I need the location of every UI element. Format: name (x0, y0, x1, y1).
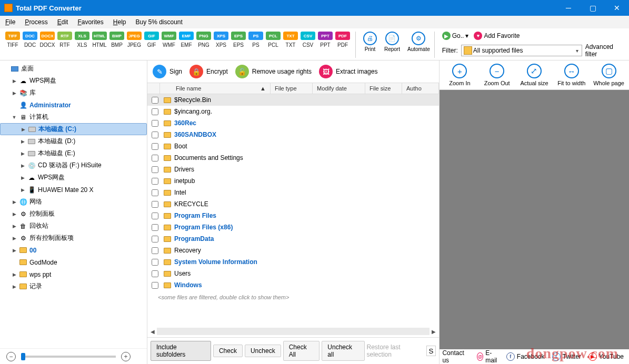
column-checkbox[interactable] (147, 83, 160, 94)
file-row[interactable]: $Recycle.Bin (147, 94, 439, 106)
menu-file[interactable]: File (5, 18, 15, 26)
maximize-button[interactable]: ▢ (581, 0, 605, 16)
advanced-filter-link[interactable]: Advanced filter (585, 43, 625, 58)
expand-icon[interactable]: ▶ (20, 175, 25, 180)
file-checkbox[interactable] (152, 178, 158, 185)
file-checkbox[interactable] (152, 213, 158, 219)
uncheck-all-button[interactable]: Uncheck all (322, 341, 364, 361)
youtube-link[interactable]: ▶YouTube (588, 352, 624, 361)
expand-icon[interactable]: ▶ (12, 284, 17, 289)
expand-icon[interactable]: ▶ (21, 127, 26, 132)
file-row[interactable]: Drivers (147, 164, 439, 175)
format-html-button[interactable]: HTMLHTML (91, 32, 108, 48)
scroll-right-icon[interactable]: ▶ (432, 329, 436, 335)
expand-icon[interactable]: ▶ (20, 139, 25, 144)
file-row[interactable]: Windows (147, 279, 439, 291)
format-gif-button[interactable]: GIFGIF (143, 32, 160, 48)
zoom-out-button[interactable]: − (6, 352, 16, 361)
file-row[interactable]: Program Files (x86) (147, 221, 439, 233)
file-row[interactable]: Documents and Settings (147, 152, 439, 164)
menu-buy-discount[interactable]: Buy 5% discount (135, 18, 182, 26)
remove-usage-rights-button[interactable]: 🔓Remove usage rights (235, 65, 312, 78)
extract-images-button[interactable]: 🖼Extract images (319, 65, 377, 78)
file-checkbox[interactable] (152, 224, 158, 231)
menu-favorites[interactable]: Favorites (77, 18, 103, 26)
twitter-link[interactable]: tTwitter (552, 352, 581, 361)
menu-help[interactable]: Help (113, 18, 126, 26)
sign-button[interactable]: ✎Sign (153, 65, 182, 78)
email-link[interactable]: @E-mail (477, 349, 499, 364)
encrypt-button[interactable]: 🔒Encrypt (189, 65, 228, 78)
format-pcl-button[interactable]: PCLPCL (265, 32, 282, 48)
file-checkbox[interactable] (152, 97, 158, 104)
zoom-in-button[interactable]: + (121, 352, 131, 361)
report-button[interactable]: 📄Report (384, 32, 400, 52)
expand-icon[interactable]: ▶ (12, 224, 17, 229)
go-button[interactable]: ▶ Go..▾ (442, 32, 469, 40)
format-tiff-button[interactable]: TIFFTIFF (4, 32, 21, 48)
file-row[interactable]: Program Files (147, 210, 439, 221)
uncheck-button[interactable]: Uncheck (245, 345, 281, 357)
format-png-button[interactable]: PNGPNG (195, 32, 212, 48)
expand-icon[interactable]: ▶ (12, 90, 17, 96)
tree-item[interactable]: ▶☁WPS网盘 (0, 75, 147, 87)
tree-item[interactable]: ▼🖥计算机 (0, 111, 147, 123)
file-row[interactable]: 360Rec (147, 117, 439, 129)
minimize-button[interactable]: ─ (556, 0, 581, 16)
format-jpeg-button[interactable]: JPEGJPEG (126, 32, 143, 48)
format-xls-button[interactable]: XLSXLS (74, 32, 91, 48)
file-checkbox[interactable] (152, 282, 158, 289)
menu-process[interactable]: Process (25, 18, 47, 26)
expand-icon[interactable]: ▶ (12, 211, 17, 217)
file-checkbox[interactable] (152, 247, 158, 254)
automate-button[interactable]: ⚙Automate (407, 32, 430, 52)
tree-item[interactable]: ▶⚙控制面板 (0, 208, 147, 220)
tree-item[interactable]: ▶wps ppt (0, 268, 147, 280)
fit-to-width-button[interactable]: ↔Fit to width (553, 64, 590, 86)
zoom-in-button[interactable]: +Zoom In (442, 64, 478, 86)
filtered-files-note[interactable]: <some files are filtered, double click t… (147, 291, 439, 300)
tree-item[interactable]: ▶00 (0, 244, 147, 256)
tree-item[interactable]: ▶🌐网络 (0, 196, 147, 208)
file-row[interactable]: Boot (147, 140, 439, 152)
format-rtf-button[interactable]: RTFRTF (56, 32, 73, 48)
format-docx-button[interactable]: DOCXDOCX (39, 32, 56, 48)
filter-select[interactable]: All supported files (461, 45, 582, 56)
file-row[interactable]: inetpub (147, 175, 439, 187)
file-checkbox[interactable] (152, 132, 158, 138)
tree-item[interactable]: ▶记录 (0, 280, 147, 292)
expand-icon[interactable]: ▶ (12, 236, 17, 241)
format-ppt-button[interactable]: PPTPPT (317, 32, 334, 48)
scroll-left-icon[interactable]: ◀ (151, 329, 155, 335)
tree-item[interactable]: ▶🗑回收站 (0, 220, 147, 232)
column-date[interactable]: Modify date (313, 83, 365, 94)
contact-us-link[interactable]: Contact us (442, 349, 464, 364)
file-row[interactable]: Recovery (147, 245, 439, 256)
format-xps-button[interactable]: XPSXPS (213, 32, 229, 48)
file-row[interactable]: 360SANDBOX (147, 129, 439, 140)
file-checkbox[interactable] (152, 108, 158, 115)
format-wmf-button[interactable]: WMFWMF (161, 32, 177, 48)
format-bmp-button[interactable]: BMPBMP (108, 32, 125, 48)
file-checkbox[interactable] (152, 155, 158, 161)
file-checkbox[interactable] (152, 259, 158, 266)
tree-item[interactable]: GodMode (0, 256, 147, 268)
file-row[interactable]: Users (147, 268, 439, 279)
tree-item[interactable]: ▶本地磁盘 (D:) (0, 135, 147, 147)
tree-item[interactable]: 👤Administrator (0, 99, 147, 111)
format-csv-button[interactable]: CSVCSV (299, 32, 316, 48)
file-row[interactable]: $yincang.org. (147, 106, 439, 117)
format-eps-button[interactable]: EPSEPS (230, 32, 247, 48)
format-txt-button[interactable]: TXTTXT (282, 32, 299, 48)
tree-item[interactable]: ▶📱HUAWEI Mate 20 X (0, 184, 147, 196)
expand-icon[interactable]: ▶ (12, 272, 17, 277)
horizontal-scrollbar[interactable]: ◀ ▶ (147, 326, 439, 337)
zoom-slider[interactable] (21, 356, 116, 358)
file-checkbox[interactable] (152, 189, 158, 196)
check-all-button[interactable]: Check All (283, 341, 320, 361)
check-button[interactable]: Check (213, 345, 243, 357)
tree-item[interactable]: ▶⚙所有控制面板项 (0, 232, 147, 244)
expand-icon[interactable]: ▼ (12, 115, 17, 120)
format-doc-button[interactable]: DOCDOC (22, 32, 38, 48)
whole-page-button[interactable]: ▢Whole page (591, 64, 627, 86)
